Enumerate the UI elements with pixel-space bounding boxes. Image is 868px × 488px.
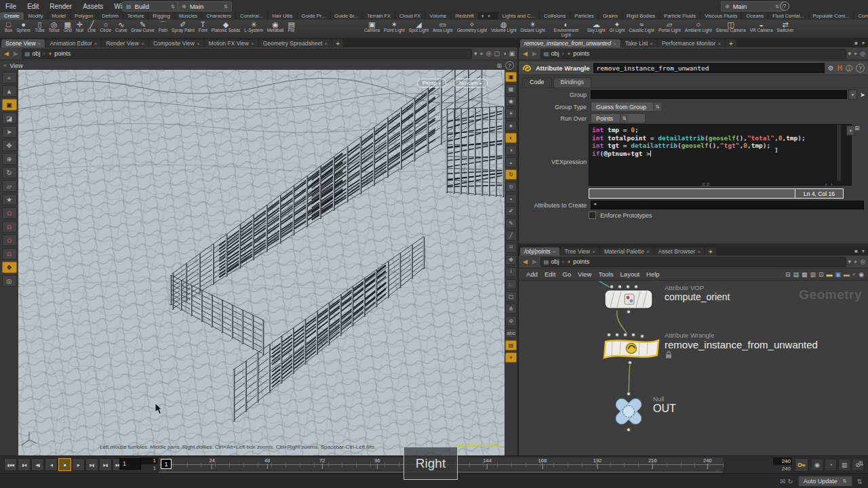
shelf-tool-vr-camera[interactable]: ◒VR Camera (748, 20, 775, 38)
shelf-tab[interactable]: Create (0, 12, 24, 20)
pane-maximize-icon[interactable]: ■ (854, 248, 858, 254)
shelf-tab[interactable]: Deform (98, 12, 123, 20)
shelf-tab[interactable]: Modify (24, 12, 47, 20)
tab-code[interactable]: Code (522, 77, 552, 87)
editor-resize-grip[interactable]: ⠿⠿ (702, 182, 710, 188)
shelf-tab[interactable]: Rigid Bodies (623, 12, 659, 20)
pane-tab[interactable]: Render View× (102, 39, 148, 47)
shelf-tool-curve[interactable]: ∿Curve (113, 20, 129, 38)
shelf-tool-tube[interactable]: ▯Tube (33, 20, 47, 38)
shelf-tool-distant-light[interactable]: ☀Distant Light (519, 20, 547, 38)
shelf-tool-sphere[interactable]: ●Sphere (14, 20, 33, 38)
forward-icon[interactable]: ▶ (531, 258, 538, 265)
select-objects-icon[interactable]: ▣ (2, 99, 17, 110)
set-key-button[interactable] (795, 458, 808, 472)
view-persp-menu[interactable]: Persp▾ (417, 79, 446, 87)
playback-realtime-icon[interactable]: ◉ (811, 459, 823, 471)
view-cube-icon[interactable]: ▢ (494, 50, 500, 57)
pane-menu-icon[interactable]: ▾ (862, 40, 865, 46)
shelf-menu-icon[interactable]: ▾ (486, 13, 492, 20)
region-select-icon[interactable]: ▢ (505, 291, 517, 302)
breadcrumb[interactable]: ▤obj›✦points (22, 49, 472, 59)
shelf-tool-stereo-camera[interactable]: ◫Stereo Camera (714, 20, 748, 38)
viewport-rotate-icon[interactable]: ↻ (505, 169, 517, 180)
help-icon[interactable]: ? (780, 1, 789, 11)
display-ring-icon[interactable]: ◎ (2, 275, 17, 287)
gear-icon[interactable]: ⚙ (828, 64, 834, 72)
help-icon[interactable]: ? (505, 61, 514, 70)
pin-view-icon[interactable]: ⌖ (505, 352, 517, 363)
help-icon[interactable]: ? (856, 64, 865, 73)
breadcrumb[interactable]: ▤obj›✦points (540, 49, 846, 59)
net-overview-icon[interactable]: ◉ (859, 271, 864, 278)
editor-scroll-arrows[interactable]: ‹ › (825, 182, 834, 187)
shelf-tool-null[interactable]: ✛Null (74, 20, 85, 38)
collapse-icon[interactable]: « (3, 62, 6, 68)
shelf-tool-draw-curve[interactable]: ✎Draw Curve (129, 20, 156, 38)
shelf-tab[interactable]: Guide Br... (330, 12, 362, 20)
close-icon[interactable]: × (94, 41, 98, 47)
menu-assets[interactable]: Assets (77, 3, 108, 10)
shelf-tool-camera[interactable]: ▣Camera (362, 20, 382, 38)
shelf-tab[interactable]: Fluid Contai... (768, 12, 808, 20)
breadcrumb[interactable]: ▤obj›✦points (540, 257, 846, 267)
net-menu-go[interactable]: Go (559, 270, 574, 278)
breadcrumb-obj[interactable]: ▤obj (25, 50, 41, 57)
playhead[interactable]: 1 (161, 459, 172, 469)
shelf-tab[interactable]: Cloud FX (395, 12, 425, 20)
stop-button[interactable]: ■ (58, 458, 71, 471)
back-icon[interactable]: ◀ (521, 50, 529, 57)
close-icon[interactable]: × (38, 41, 41, 47)
close-icon[interactable]: × (553, 249, 556, 255)
add-shelf-button[interactable]: + (479, 13, 486, 20)
playbar-menu-icon[interactable]: ⇅ (859, 460, 864, 467)
pane-expand-icon[interactable]: « (2, 72, 17, 83)
close-icon[interactable]: × (717, 41, 721, 47)
breadcrumb-node[interactable]: ✦points (47, 50, 71, 57)
play-reverse-button[interactable]: ◀ (45, 458, 58, 471)
measure-icon[interactable]: ∟ (505, 279, 517, 289)
range-start-value[interactable]: 1 (141, 458, 157, 464)
shelf-tool-sky-light[interactable]: ☁Sky Light (585, 20, 608, 38)
node-name-label[interactable]: OUT (653, 403, 676, 414)
shelf-tool-ambient-light[interactable]: ○Ambient Light (683, 20, 714, 38)
origin-axes-icon[interactable]: ⋔ (505, 304, 517, 314)
point-numbers-icon[interactable]: ¹² (505, 243, 517, 253)
spotlight-icon[interactable]: ☀ (505, 108, 517, 119)
scale-tool-icon[interactable]: ▱ (2, 180, 17, 192)
attribs-input[interactable] (591, 201, 864, 209)
pane-tab[interactable]: remove_instance_from_unwanted× (520, 39, 620, 47)
shelf-tab[interactable]: Volume (425, 12, 450, 20)
snap-grid-icon[interactable]: Ω (2, 235, 17, 246)
shelf-tool-area-light[interactable]: ▭Area Light (431, 20, 455, 38)
shelf-tool-circle[interactable]: ○Circle (98, 20, 113, 38)
text-overlay-icon[interactable]: abc (505, 328, 517, 338)
net-menu-tools[interactable]: Tools (595, 270, 616, 278)
path-dropdown-icon[interactable]: ▾ (848, 258, 852, 265)
back-icon[interactable]: ◀ (3, 50, 10, 57)
menu-render[interactable]: Render (44, 3, 77, 10)
shelf-tool-switcher[interactable]: ⇄Switcher (775, 20, 796, 38)
handles-tool-icon[interactable]: ✥ (2, 140, 17, 151)
shelf-tab[interactable]: Particle Fluids (660, 12, 700, 20)
point-trails-icon[interactable]: ✥ (505, 255, 517, 265)
pane-tab[interactable]: Asset Browser× (654, 247, 705, 256)
radial-menu-icon[interactable]: ◎ (860, 258, 865, 265)
pane-tab[interactable]: Motion FX View× (205, 39, 258, 47)
breadcrumb-node[interactable]: ✦points (566, 258, 589, 265)
shelf-tab[interactable]: Grains (599, 12, 622, 20)
close-icon[interactable]: × (697, 249, 701, 255)
shaded-mode-icon[interactable]: ● (505, 121, 517, 131)
net-sticky-note-icon[interactable]: ▬ (827, 271, 833, 278)
pin-pane-icon[interactable]: ⌖ (854, 50, 857, 58)
node-name-input[interactable] (593, 63, 825, 73)
image-planes-icon[interactable]: ▤ (505, 340, 517, 350)
shelf-tab[interactable]: Terrain FX (363, 12, 395, 20)
close-icon[interactable]: × (197, 41, 200, 47)
points-display-icon[interactable]: • (505, 194, 517, 204)
shelf-tab[interactable]: Constrai... (236, 12, 267, 20)
pane-tab[interactable]: Composite View× (149, 39, 204, 47)
menu-edit[interactable]: Edit (22, 3, 44, 10)
shelf-tool-l-system[interactable]: ✳L-System (242, 20, 264, 38)
rotate-tool-icon[interactable]: ↻ (2, 167, 17, 178)
